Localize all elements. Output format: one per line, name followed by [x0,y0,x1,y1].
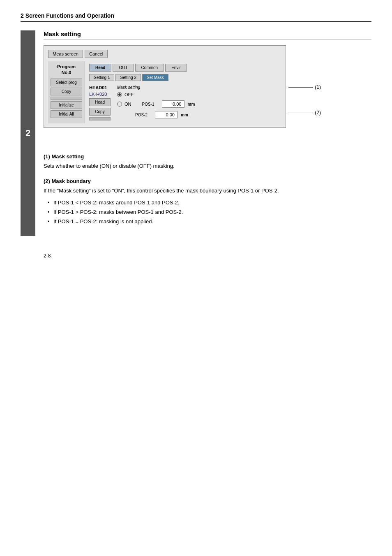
cancel-button[interactable]: Cancel [85,50,108,58]
desc2-text: If the "Mask setting" is set to "ON", th… [44,187,371,195]
bullet-list: If POS-1 < POS-2: masks around POS-1 and… [44,198,371,227]
radio-on-circle [117,102,122,107]
pos2-unit: mm [181,113,188,117]
sub-tab-bar: Setting 1 Setting 2 Set Mask [89,74,277,81]
meas-screen-button[interactable]: Meas screen [48,50,83,58]
bullet-item-3: If POS-1 = POS-2: masking is not applied… [48,217,371,226]
tab-envir[interactable]: Envir [165,64,187,72]
chapter-number-badge: 2 [21,30,35,236]
tab-bar: Head OUT Common Envir [89,64,277,72]
annotation-1: (1) [288,84,321,90]
pos1-label: POS-1 [142,102,159,107]
copy-button-sidebar[interactable]: Copy [51,88,82,95]
inner-empty-button [89,117,111,120]
head-label: HEAD01 [89,85,114,90]
desc2-title: (2) Mask boundary [44,178,371,184]
screen-body: ProgramNo.0 Select prog Copy Initialize … [48,61,281,123]
pos2-label: POS-2 [135,113,152,117]
screen-top-bar: Meas screen Cancel [48,50,281,58]
annotation-2: (2) [288,110,321,116]
head-model: LK-H020 [89,92,114,97]
pos2-row: POS-2 0.00 mm [135,111,277,118]
pos1-unit: mm [188,102,195,107]
bullet-item-1: If POS-1 < POS-2: masks around POS-1 and… [48,198,371,207]
initial-all-button[interactable]: Initial All [51,110,82,118]
inner-copy-button[interactable]: Copy [89,108,111,116]
initialize-button[interactable]: Initialize [51,101,82,109]
screen-sidebar: ProgramNo.0 Select prog Copy Initialize … [48,61,85,123]
screen-mockup: Meas screen Cancel ProgramNo.0 Select pr… [44,45,286,128]
radio-off-row: OFF [117,92,277,97]
radio-off-circle [117,92,122,97]
tab-out[interactable]: OUT [113,64,134,72]
program-number: ProgramNo.0 [51,64,82,76]
pos2-value[interactable]: 0.00 [155,111,178,118]
mask-setting-panel: Mask setting OFF ON [117,85,277,121]
empty-button-1 [51,97,82,100]
description-section-2: (2) Mask boundary If the "Mask setting" … [44,178,371,227]
sub-tab-setting2[interactable]: Setting 2 [115,74,141,81]
sub-tab-set-mask[interactable]: Set Mask [142,74,168,81]
mask-panel-title: Mask setting [117,85,277,90]
radio-on-label: ON [125,102,131,107]
screen-main: Head OUT Common Envir Setting 1 Setting … [85,61,281,123]
bullet-item-2: If POS-1 > POS-2: masks between POS-1 an… [48,207,371,217]
inner-head-button[interactable]: Head [89,98,111,106]
section-title: Mask setting [44,30,371,39]
tab-common[interactable]: Common [135,64,164,72]
pos1-value[interactable]: 0.00 [162,100,184,108]
desc1-text: Sets whether to enable (ON) or disable (… [44,162,371,171]
pos1-row: POS-1 0.00 mm [142,100,195,108]
radio-off-label: OFF [125,92,134,97]
desc1-title: (1) Mask setting [44,153,371,160]
description-section-1: (1) Mask setting Sets whether to enable … [44,153,371,171]
tab-head[interactable]: Head [89,64,111,72]
select-prog-button[interactable]: Select prog [51,79,82,86]
radio-on-row: ON POS-1 0.00 mm [117,100,277,108]
sub-tab-setting1[interactable]: Setting 1 [89,74,114,81]
chapter-title: 2 Screen Functions and Operation [21,12,371,22]
page-number: 2-8 [44,253,51,259]
